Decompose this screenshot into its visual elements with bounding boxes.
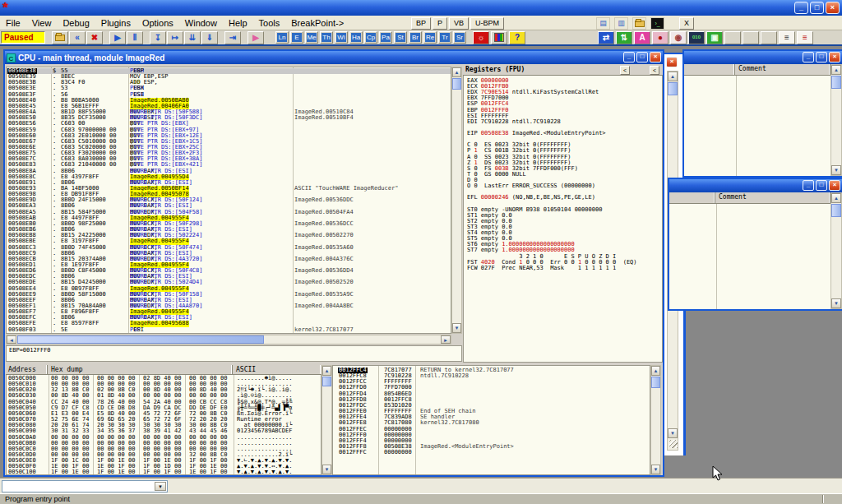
toolbar-button-ln[interactable]: Ln — [275, 31, 289, 44]
disassembly-vscrollbar[interactable]: ▲ ▼ — [451, 67, 462, 334]
maximize-button[interactable]: □ — [816, 52, 827, 62]
close-button[interactable]: × — [826, 2, 840, 14]
disasm-row[interactable]: 00508EFE.E8 8597F8FFCALL ImageRed.004956… — [7, 321, 451, 326]
menu-breakpoint[interactable]: BreakPoint-> — [285, 17, 349, 29]
toolbar-button-sr[interactable]: Sr — [453, 31, 466, 44]
scrollbar[interactable]: ▲ ▼ — [830, 64, 842, 176]
toolbar-button-br[interactable]: Br — [409, 31, 422, 44]
close-program-icon[interactable]: ✖ — [86, 31, 103, 44]
register-line[interactable]: O 0 LastErr ERROR_SUCCESS (00000000) — [467, 183, 595, 189]
stack-row[interactable]: 0012FFC87C910228ntdll.7C910228 — [333, 373, 650, 379]
close-button[interactable]: × — [650, 52, 661, 62]
dump-pane[interactable]: 0050C00000 00 00 0000 00 00 0002 8D 40 0… — [6, 375, 322, 475]
cpu-title-bar[interactable]: C CPU - main thread, module ImageRed _ □… — [5, 51, 663, 64]
toolbar-button-pa[interactable]: Pa — [379, 31, 392, 44]
folder-icon[interactable] — [632, 17, 646, 30]
restore-button[interactable]: □ — [636, 52, 648, 62]
stack-row[interactable]: 0012FFF000000000 — [333, 432, 650, 438]
dump-header-address[interactable]: Address — [6, 365, 48, 374]
scrollbar[interactable]: ▲ ▼ — [830, 192, 842, 309]
menu-tools[interactable]: Tools — [253, 17, 286, 29]
disasm-row[interactable]: 00508F03.5EPOP ESIkernel32.7C817077 — [7, 327, 451, 333]
book-icon[interactable]: ▥ — [614, 17, 628, 30]
trace-over-icon[interactable]: ⇓ — [201, 31, 218, 44]
close-button[interactable]: × — [829, 52, 840, 62]
command-input[interactable]: ▼ — [2, 480, 168, 492]
toolbar-button-re[interactable]: Re — [423, 31, 437, 44]
list-icon[interactable]: ≡ — [779, 31, 795, 44]
record-icon[interactable]: ● — [652, 31, 669, 44]
stack-row[interactable]: 0012FFD48054B6ED — [333, 391, 650, 397]
comment-pane[interactable] — [669, 204, 830, 309]
comment-window-bottom-title-bar[interactable]: _ □ × — [669, 179, 842, 192]
stack-row[interactable]: 0012FFD80012FFC8 — [333, 397, 650, 403]
ascii-icon[interactable]: A — [634, 31, 650, 44]
menu-options[interactable]: Options — [136, 17, 179, 29]
execute-till-return-icon[interactable]: ⇥ — [224, 31, 241, 44]
stack-row[interactable]: 0012FFE87C817080kernel32.7C817080 — [333, 420, 650, 426]
minimize-button[interactable]: _ — [794, 2, 808, 14]
step-over-icon[interactable]: ↦ — [167, 31, 183, 44]
menu-help[interactable]: Help — [223, 17, 253, 29]
menu-debug[interactable]: Debug — [57, 17, 95, 29]
open-file-icon[interactable] — [52, 31, 68, 44]
disassembly-hscrollbar[interactable]: ◄ ► — [6, 335, 451, 344]
register-line[interactable]: FCW 027F Prec NEAR,53 Mask 1 1 1 1 1 1 — [467, 266, 616, 271]
toolbar-button-tr[interactable]: Tr — [438, 31, 451, 44]
comment-window-top-title-bar[interactable]: _ □ × — [684, 51, 842, 64]
menu-file[interactable]: File — [0, 17, 26, 29]
stack-vscrollbar[interactable]: ▲ ▼ — [650, 365, 661, 475]
window-icon[interactable]: ▣ — [706, 31, 723, 44]
console-icon[interactable]: ›_ — [650, 17, 664, 30]
empty-slot[interactable] — [761, 31, 777, 44]
register-line[interactable]: EIP 00508E38 ImageRed.<ModuleEntryPoint> — [467, 131, 606, 136]
go-to-icon[interactable]: ▶ — [248, 31, 264, 44]
registers-collapse-button[interactable]: < — [650, 66, 659, 75]
stack-row[interactable]: 0012FFF800508E38ImageRed.<ModuleEntryPoi… — [333, 444, 650, 450]
column-header-comment[interactable]: Comment — [736, 64, 830, 75]
bits-icon[interactable]: 010 — [688, 31, 705, 44]
stack-row[interactable]: 0012FFDC853D1020 — [333, 403, 650, 409]
stack-row[interactable]: 0012FFC47C817077RETURN to kernel32.7C817… — [333, 368, 650, 373]
toolbar-button-st[interactable]: St — [394, 31, 407, 44]
dump-row[interactable]: 0050C1001F 00 1E 001F 00 1E 001F 00 1F 0… — [7, 469, 321, 475]
menu-button-vb[interactable]: VB — [449, 17, 469, 30]
background-window-close-button[interactable]: × — [666, 57, 678, 67]
column-header-comment[interactable]: Comment — [716, 192, 830, 203]
disasm-row[interactable]: 00508E3B.83C4 F0ADD ESP,-10 — [7, 80, 451, 86]
toolbar-button-cp[interactable]: Cp — [364, 31, 377, 44]
comment-window-bottom[interactable]: _ □ × Comment ▲ ▼ — [668, 178, 842, 311]
trace-into-icon[interactable]: ⇊ — [184, 31, 201, 44]
stack-pane[interactable]: 0012FFC47C817077RETURN to kernel32.7C817… — [332, 365, 650, 475]
stack-row[interactable]: 0012FFEC00000000 — [333, 427, 650, 432]
stack-row[interactable]: 0012FFE47C839AD8SE handler — [333, 414, 650, 420]
stack-row[interactable]: 0012FFE0FFFFFFFFEnd of SEH chain — [333, 409, 650, 414]
close-button[interactable]: × — [829, 180, 840, 191]
menu-view[interactable]: View — [26, 17, 58, 29]
menu-plugins[interactable]: Plugins — [95, 17, 136, 29]
combo-dropdown-button[interactable]: ▼ — [155, 482, 166, 491]
register-line[interactable]: EDI 7C910228 ntdll.7C910228 — [467, 119, 561, 125]
minimize-button[interactable]: _ — [803, 180, 814, 191]
comment-pane[interactable] — [684, 76, 830, 176]
dump-header[interactable]: Address Hex dump ASCII — [6, 365, 322, 375]
menu-close-x-button[interactable]: X — [679, 17, 694, 30]
info-pane[interactable]: EBP=0012FFF0 — [6, 345, 462, 362]
notepad-icon[interactable]: ▤ — [596, 17, 610, 30]
toolbar-button-e[interactable]: E — [290, 31, 303, 44]
toolbar-button-wi[interactable]: Wi — [335, 31, 348, 44]
toolbar-button-me[interactable]: Me — [305, 31, 318, 44]
menu-window[interactable]: Window — [179, 17, 223, 29]
minimize-button[interactable]: _ — [803, 52, 814, 62]
column-header-blank[interactable] — [669, 192, 715, 203]
maximize-button[interactable]: □ — [816, 180, 827, 191]
stack-row[interactable]: 0012FFD07FFD7000 — [333, 385, 650, 391]
menu-button-p[interactable]: P — [433, 17, 447, 30]
cpu-window[interactable]: C CPU - main thread, module ImageRed _ □… — [3, 49, 664, 477]
disassembly-pane[interactable]: 00508E38$55PUSH EBP00508E39.8BECMOV EBP,… — [6, 67, 451, 334]
registers-collapse-button[interactable]: < — [620, 66, 630, 75]
help-icon[interactable]: ? — [509, 31, 525, 44]
swap-arrows-icon[interactable]: ⇄ — [598, 31, 614, 44]
updown-icon[interactable]: ⇅ — [616, 31, 632, 44]
registers-header[interactable]: Registers (FPU) < < — [463, 65, 663, 76]
